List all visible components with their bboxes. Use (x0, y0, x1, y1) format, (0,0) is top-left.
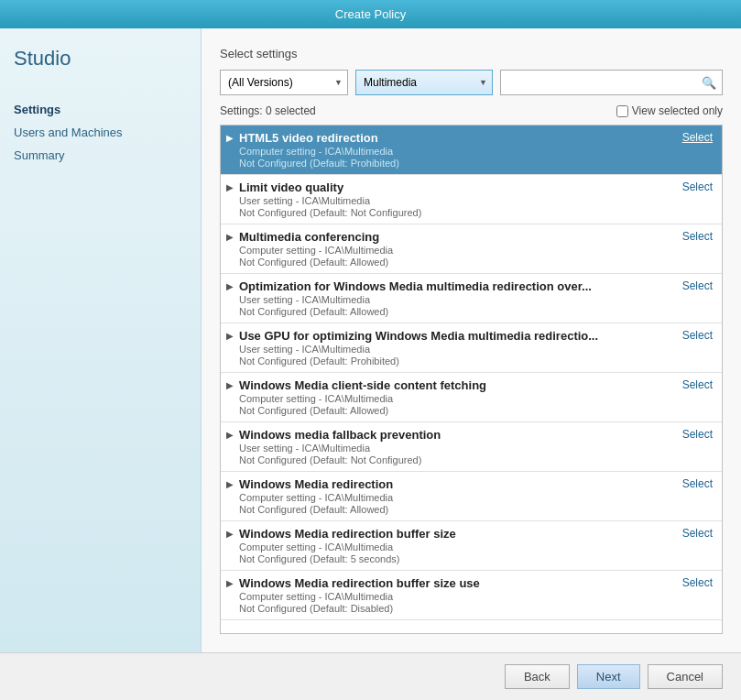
setting-item[interactable]: ▶Windows Media redirectionComputer setti… (221, 472, 722, 521)
expand-arrow-icon[interactable]: ▶ (226, 578, 234, 588)
select-link[interactable]: Select (673, 576, 713, 589)
settings-list: ▶HTML5 video redirectionComputer setting… (220, 125, 723, 634)
select-link[interactable]: Select (673, 131, 713, 144)
setting-name: Windows Media client-side content fetchi… (239, 378, 673, 392)
search-box: 🔍 (500, 70, 723, 95)
setting-row: Windows media fallback preventionUser se… (239, 428, 713, 465)
expand-arrow-icon[interactable]: ▶ (226, 529, 234, 539)
setting-row: Windows Media client-side content fetchi… (239, 378, 713, 416)
setting-name: Windows Media redirection buffer size us… (239, 576, 673, 590)
setting-item[interactable]: ▶Multimedia conferencingComputer setting… (221, 224, 722, 274)
select-link[interactable]: Select (673, 428, 713, 441)
setting-row: Multimedia conferencingComputer setting … (239, 230, 713, 268)
sidebar-item-settings[interactable]: Settings (14, 98, 187, 121)
setting-item[interactable]: ▶HTML5 video redirectionComputer setting… (221, 126, 722, 175)
setting-item[interactable]: ▶Windows Media redirection buffer sizeCo… (221, 521, 722, 571)
filter-row: (All Versions) Multimedia 🔍 (220, 70, 723, 95)
setting-item[interactable]: ▶Windows Media client-side content fetch… (221, 373, 722, 422)
select-link[interactable]: Select (673, 230, 713, 243)
version-dropdown[interactable]: (All Versions) (220, 70, 348, 95)
setting-text-block: Windows media fallback preventionUser se… (239, 428, 673, 465)
setting-item[interactable]: ▶Optimization for Windows Media multimed… (221, 274, 722, 323)
setting-item[interactable]: ▶Windows Media redirection buffer size u… (221, 571, 722, 620)
select-link[interactable]: Select (673, 477, 713, 490)
expand-arrow-icon[interactable]: ▶ (226, 331, 234, 341)
category-dropdown[interactable]: Multimedia (355, 70, 493, 95)
title-bar: Create Policy (0, 0, 741, 28)
expand-arrow-icon[interactable]: ▶ (226, 182, 234, 192)
footer-buttons: Back Next Cancel (0, 652, 741, 700)
setting-name: Optimization for Windows Media multimedi… (239, 279, 673, 293)
setting-item[interactable]: ▶Limit video qualityUser setting - ICA\M… (221, 175, 722, 224)
setting-item[interactable]: ▶Windows media fallback preventionUser s… (221, 422, 722, 472)
setting-item[interactable]: ▶Use GPU for optimizing Windows Media mu… (221, 323, 722, 373)
setting-sub-line2: Not Configured (Default: Allowed) (239, 504, 673, 515)
setting-row: Limit video qualityUser setting - ICA\Mu… (239, 180, 713, 218)
setting-name: HTML5 video redirection (239, 131, 673, 145)
setting-row: Windows Media redirectionComputer settin… (239, 477, 713, 515)
sidebar-item-summary[interactable]: Summary (14, 144, 187, 167)
expand-arrow-icon[interactable]: ▶ (226, 380, 234, 390)
setting-text-block: HTML5 video redirectionComputer setting … (239, 131, 673, 169)
setting-name: Windows media fallback prevention (239, 428, 673, 442)
section-title: Select settings (220, 47, 723, 60)
expand-arrow-icon[interactable]: ▶ (226, 281, 234, 291)
setting-sub-line1: Computer setting - ICA\Multimedia (239, 393, 673, 404)
select-link[interactable]: Select (673, 378, 713, 391)
search-input[interactable] (507, 76, 702, 89)
expand-arrow-icon[interactable]: ▶ (226, 479, 234, 489)
create-policy-window: Create Policy Studio Settings Users and … (0, 0, 741, 700)
setting-text-block: Limit video qualityUser setting - ICA\Mu… (239, 180, 673, 218)
sidebar-item-users-machines[interactable]: Users and Machines (14, 121, 187, 144)
expand-arrow-icon[interactable]: ▶ (226, 232, 234, 242)
setting-text-block: Multimedia conferencingComputer setting … (239, 230, 673, 268)
setting-name: Windows Media redirection buffer size (239, 527, 673, 541)
setting-sub-line2: Not Configured (Default: 5 seconds) (239, 553, 673, 564)
setting-sub-line1: Computer setting - ICA\Multimedia (239, 245, 673, 256)
setting-text-block: Windows Media redirection buffer size us… (239, 576, 673, 614)
setting-row: Windows Media redirection buffer sizeCom… (239, 527, 713, 564)
next-button[interactable]: Next (577, 664, 640, 689)
setting-name: Multimedia conferencing (239, 230, 673, 244)
sidebar: Studio Settings Users and Machines Summa… (0, 28, 202, 652)
search-icon: 🔍 (702, 76, 716, 90)
main-content: Select settings (All Versions) Multimedi… (202, 28, 741, 652)
setting-name: Windows Media redirection (239, 477, 673, 491)
setting-sub-line2: Not Configured (Default: Prohibited) (239, 355, 673, 366)
version-dropdown-wrapper: (All Versions) (220, 70, 348, 95)
view-selected-checkbox[interactable] (616, 105, 628, 117)
setting-sub-line1: User setting - ICA\Multimedia (239, 195, 673, 206)
expand-arrow-icon[interactable]: ▶ (226, 430, 234, 440)
select-link[interactable]: Select (673, 180, 713, 193)
setting-row: Optimization for Windows Media multimedi… (239, 279, 713, 317)
sidebar-title: Studio (14, 47, 187, 71)
sidebar-nav: Settings Users and Machines Summary (14, 98, 187, 167)
setting-row: Windows Media redirection buffer size us… (239, 576, 713, 614)
content-area: Studio Settings Users and Machines Summa… (0, 28, 741, 652)
setting-text-block: Use GPU for optimizing Windows Media mul… (239, 329, 673, 366)
setting-sub-line2: Not Configured (Default: Allowed) (239, 306, 673, 317)
setting-sub-line1: Computer setting - ICA\Multimedia (239, 591, 673, 602)
view-selected-label[interactable]: View selected only (616, 104, 723, 117)
select-link[interactable]: Select (673, 527, 713, 540)
expand-arrow-icon[interactable]: ▶ (226, 133, 234, 143)
setting-sub-line1: Computer setting - ICA\Multimedia (239, 492, 673, 503)
setting-text-block: Windows Media redirection buffer sizeCom… (239, 527, 673, 564)
window-title: Create Policy (335, 7, 406, 21)
setting-name: Use GPU for optimizing Windows Media mul… (239, 329, 673, 343)
setting-sub-line2: Not Configured (Default: Not Configured) (239, 207, 673, 218)
select-link[interactable]: Select (673, 279, 713, 292)
select-link[interactable]: Select (673, 329, 713, 342)
setting-text-block: Windows Media client-side content fetchi… (239, 378, 673, 416)
category-dropdown-wrapper: Multimedia (355, 70, 493, 95)
setting-sub-line1: Computer setting - ICA\Multimedia (239, 146, 673, 157)
setting-sub-line1: Computer setting - ICA\Multimedia (239, 541, 673, 552)
setting-sub-line1: User setting - ICA\Multimedia (239, 344, 673, 355)
setting-row: HTML5 video redirectionComputer setting … (239, 131, 713, 169)
setting-sub-line2: Not Configured (Default: Allowed) (239, 257, 673, 268)
setting-sub-line2: Not Configured (Default: Allowed) (239, 405, 673, 416)
cancel-button[interactable]: Cancel (648, 664, 723, 689)
setting-text-block: Windows Media redirectionComputer settin… (239, 477, 673, 515)
back-button[interactable]: Back (505, 664, 570, 689)
setting-sub-line2: Not Configured (Default: Disabled) (239, 603, 673, 614)
